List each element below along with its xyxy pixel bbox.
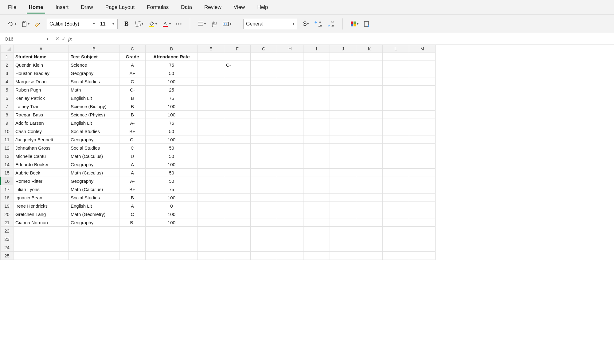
col-header-H[interactable]: H [277, 45, 303, 53]
cell-M23[interactable] [409, 235, 436, 243]
editing-button[interactable] [362, 19, 371, 29]
cell-D12[interactable]: 50 [146, 144, 198, 152]
cell-H23[interactable] [277, 235, 303, 243]
row-header-20[interactable]: 20 [1, 210, 14, 218]
cell-L10[interactable] [383, 127, 409, 135]
cell-D8[interactable]: 100 [146, 111, 198, 119]
cell-E8[interactable] [198, 111, 224, 119]
cell-H21[interactable] [277, 218, 303, 227]
cell-H6[interactable] [277, 94, 303, 102]
cell-G22[interactable] [251, 227, 277, 235]
cell-J19[interactable] [330, 202, 356, 210]
cell-I1[interactable] [303, 53, 330, 61]
cell-C18[interactable]: B [119, 194, 146, 202]
cell-J23[interactable] [330, 235, 356, 243]
cell-B5[interactable]: Math [69, 86, 119, 94]
cell-C24[interactable] [119, 243, 146, 252]
chevron-down-icon[interactable]: ▾ [109, 22, 117, 26]
cell-I18[interactable] [303, 194, 330, 202]
cell-E23[interactable] [198, 235, 224, 243]
cell-E14[interactable] [198, 160, 224, 169]
cell-B9[interactable]: English Lit [69, 119, 119, 127]
spreadsheet-grid[interactable]: ABCDEFGHIJKLM1Student NameTest SubjectGr… [0, 45, 614, 364]
cell-C11[interactable]: C- [119, 135, 146, 144]
cell-H10[interactable] [277, 127, 303, 135]
cell-H17[interactable] [277, 185, 303, 194]
cell-D10[interactable]: 50 [146, 127, 198, 135]
cell-B23[interactable] [69, 235, 119, 243]
cell-G7[interactable] [251, 102, 277, 111]
cell-J17[interactable] [330, 185, 356, 194]
cell-H14[interactable] [277, 160, 303, 169]
cell-B8[interactable]: Science (Phyics) [69, 111, 119, 119]
cell-K23[interactable] [356, 235, 383, 243]
bold-button[interactable]: B [122, 19, 131, 29]
cell-D18[interactable]: 100 [146, 194, 198, 202]
cell-E15[interactable] [198, 169, 224, 177]
cell-G17[interactable] [251, 185, 277, 194]
cell-A9[interactable]: Adolfo Larsen [14, 119, 69, 127]
cell-G15[interactable] [251, 169, 277, 177]
cell-K7[interactable] [356, 102, 383, 111]
cell-H9[interactable] [277, 119, 303, 127]
cell-K4[interactable] [356, 77, 383, 86]
col-header-G[interactable]: G [251, 45, 277, 53]
cell-C15[interactable]: A [119, 169, 146, 177]
cell-B18[interactable]: Social Studies [69, 194, 119, 202]
cell-J4[interactable] [330, 77, 356, 86]
cell-E16[interactable] [198, 177, 224, 185]
cell-J3[interactable] [330, 69, 356, 77]
cell-M24[interactable] [409, 243, 436, 252]
cell-H13[interactable] [277, 152, 303, 160]
cell-J16[interactable] [330, 177, 356, 185]
cell-J18[interactable] [330, 194, 356, 202]
cell-E2[interactable] [198, 61, 224, 69]
cell-J12[interactable] [330, 144, 356, 152]
cell-E3[interactable] [198, 69, 224, 77]
cell-H4[interactable] [277, 77, 303, 86]
cell-C13[interactable]: D [119, 152, 146, 160]
cell-A15[interactable]: Aubrie Beck [14, 169, 69, 177]
cell-M19[interactable] [409, 202, 436, 210]
cell-C12[interactable]: C [119, 144, 146, 152]
cell-M21[interactable] [409, 218, 436, 227]
cell-K5[interactable] [356, 86, 383, 94]
cell-C17[interactable]: B+ [119, 185, 146, 194]
cell-C10[interactable]: B+ [119, 127, 146, 135]
cell-K15[interactable] [356, 169, 383, 177]
cell-F1[interactable] [224, 53, 251, 61]
accept-formula-icon[interactable]: ✓ [62, 36, 66, 42]
cell-L18[interactable] [383, 194, 409, 202]
cell-J10[interactable] [330, 127, 356, 135]
cell-M13[interactable] [409, 152, 436, 160]
cell-K19[interactable] [356, 202, 383, 210]
row-header-9[interactable]: 9 [1, 119, 14, 127]
cell-H25[interactable] [277, 252, 303, 260]
cell-B2[interactable]: Science [69, 61, 119, 69]
row-header-19[interactable]: 19 [1, 202, 14, 210]
cell-D6[interactable]: 75 [146, 94, 198, 102]
cell-K6[interactable] [356, 94, 383, 102]
cell-F3[interactable] [224, 69, 251, 77]
cell-G4[interactable] [251, 77, 277, 86]
cell-I10[interactable] [303, 127, 330, 135]
cell-M8[interactable] [409, 111, 436, 119]
row-header-6[interactable]: 6 [1, 94, 14, 102]
borders-button[interactable]: ▾ [134, 19, 144, 29]
cell-F9[interactable] [224, 119, 251, 127]
cell-D2[interactable]: 75 [146, 61, 198, 69]
cell-M4[interactable] [409, 77, 436, 86]
row-header-7[interactable]: 7 [1, 102, 14, 111]
cell-M10[interactable] [409, 127, 436, 135]
cell-I14[interactable] [303, 160, 330, 169]
cell-C9[interactable]: A- [119, 119, 146, 127]
cell-E4[interactable] [198, 77, 224, 86]
cell-D24[interactable] [146, 243, 198, 252]
cell-C2[interactable]: A [119, 61, 146, 69]
cell-H2[interactable] [277, 61, 303, 69]
cell-G2[interactable] [251, 61, 277, 69]
cell-M18[interactable] [409, 194, 436, 202]
row-header-16[interactable]: 16 [1, 177, 14, 185]
cell-G12[interactable] [251, 144, 277, 152]
cell-I6[interactable] [303, 94, 330, 102]
